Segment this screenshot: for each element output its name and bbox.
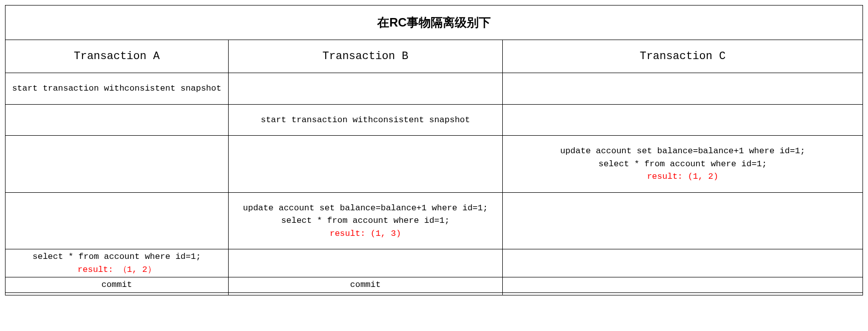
cell-b <box>228 136 502 193</box>
column-header-b: Transaction B <box>228 40 502 73</box>
cell-c <box>503 249 863 277</box>
cell-a <box>6 104 229 136</box>
cell-c <box>503 277 863 293</box>
cell-b <box>228 73 502 105</box>
cell-a <box>6 292 229 295</box>
cell-text: update account set balance=balance+1 whe… <box>507 145 858 158</box>
cell-a: select * from account where id=1;result:… <box>6 249 229 277</box>
table-title-row: 在RC事物隔离级别下 <box>6 6 863 40</box>
table-title: 在RC事物隔离级别下 <box>6 6 863 40</box>
transaction-table: 在RC事物隔离级别下 Transaction A Transaction B T… <box>5 5 863 295</box>
result-text: result: (1, 3) <box>233 227 498 240</box>
table-row: commitcommit <box>6 277 863 293</box>
cell-c <box>503 292 863 295</box>
cell-c: update account set balance=balance+1 whe… <box>503 136 863 193</box>
table-row: start transaction withconsistent snapsho… <box>6 73 863 105</box>
cell-b <box>228 249 502 277</box>
cell-b: start transaction withconsistent snapsho… <box>228 104 502 136</box>
table-row: start transaction withconsistent snapsho… <box>6 104 863 136</box>
cell-text: select * from account where id=1; <box>233 214 498 227</box>
cell-c <box>503 104 863 136</box>
column-header-c: Transaction C <box>503 40 863 73</box>
table-row <box>6 292 863 295</box>
table-header-row: Transaction A Transaction B Transaction … <box>6 40 863 73</box>
cell-c <box>503 192 863 249</box>
cell-a: commit <box>6 277 229 293</box>
cell-c <box>503 73 863 105</box>
result-text: result: （1, 2） <box>10 263 224 276</box>
cell-b: commit <box>228 277 502 293</box>
cell-b: update account set balance=balance+1 whe… <box>228 192 502 249</box>
cell-a <box>6 192 229 249</box>
table-row: update account set balance=balance+1 whe… <box>6 192 863 249</box>
cell-a: start transaction withconsistent snapsho… <box>6 73 229 105</box>
cell-text: commit <box>10 278 224 291</box>
cell-text: start transaction withconsistent snapsho… <box>233 114 498 127</box>
cell-b <box>228 292 502 295</box>
result-text: result: (1, 2) <box>507 170 858 183</box>
cell-text: commit <box>233 278 498 291</box>
cell-text: start transaction withconsistent snapsho… <box>10 82 224 95</box>
table-row: select * from account where id=1;result:… <box>6 249 863 277</box>
table-row: update account set balance=balance+1 whe… <box>6 136 863 193</box>
cell-a <box>6 136 229 193</box>
cell-text: select * from account where id=1; <box>10 250 224 263</box>
cell-text: select * from account where id=1; <box>507 158 858 171</box>
cell-text: update account set balance=balance+1 whe… <box>233 202 498 215</box>
column-header-a: Transaction A <box>6 40 229 73</box>
